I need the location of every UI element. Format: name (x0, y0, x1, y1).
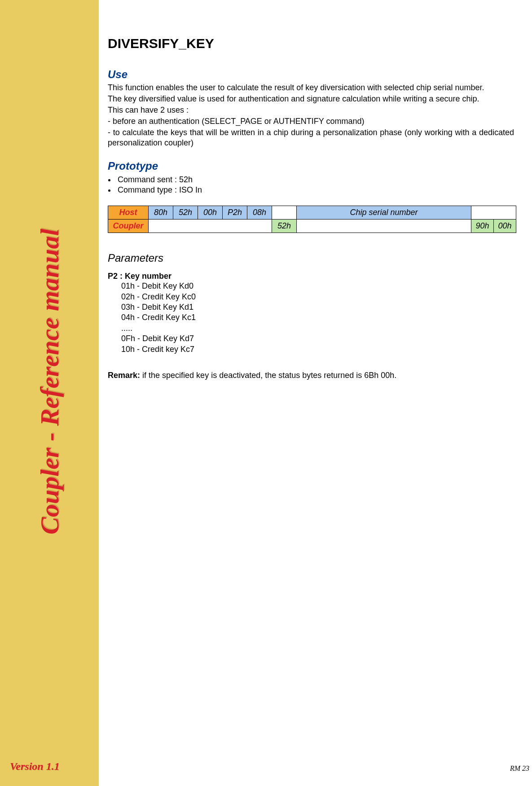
use-p5: - to calculate the keys that will be wri… (108, 127, 514, 148)
host-c7: Chip serial number (297, 206, 471, 220)
param-item: 02h - Credit Key Kc0 (121, 292, 514, 302)
param-item: 01h - Debit Key Kd0 (121, 281, 514, 291)
remark-label: Remark: (108, 371, 140, 380)
coupler-c5: 00h (494, 220, 516, 233)
prototype-bullets: Command sent : 52h Command type : ISO In (116, 175, 514, 195)
host-c4: P2h (223, 206, 247, 220)
param-item: 04h - Credit Key Kc1 (121, 312, 514, 323)
use-p3: This can have 2 uses : (108, 105, 514, 115)
params-title: P2 : Key number (108, 272, 514, 281)
remark: Remark: if the specified key is deactiva… (108, 371, 514, 380)
host-c8 (471, 206, 516, 220)
heading-prototype: Prototype (108, 160, 514, 172)
use-p2: The key diversified value is used for au… (108, 94, 514, 104)
host-c3: 00h (198, 206, 223, 220)
version-label: Version 1.1 (10, 760, 60, 773)
table-row: Coupler 52h 90h 00h (108, 220, 516, 233)
host-label: Host (108, 206, 149, 220)
remark-text: if the specified key is deactivated, the… (140, 371, 396, 380)
host-c6 (272, 206, 297, 220)
coupler-c4: 90h (471, 220, 494, 233)
host-c1: 80h (149, 206, 173, 220)
main-content: DIVERSIFY_KEY Use This function enables … (108, 36, 523, 388)
param-item: 10h - Credit key Kc7 (121, 344, 514, 355)
params-list: 01h - Debit Key Kd0 02h - Credit Key Kc0… (108, 281, 514, 355)
use-p4: - before an authentication (SELECT_PAGE … (108, 116, 514, 127)
bullet-cmd-type: Command type : ISO In (116, 185, 514, 195)
param-item: 03h - Debit Key Kd1 (121, 302, 514, 312)
page-number: RM 23 (510, 764, 529, 773)
param-item: ..... (121, 323, 514, 334)
table-row: Host 80h 52h 00h P2h 08h Chip serial num… (108, 206, 516, 220)
coupler-label: Coupler (108, 220, 149, 233)
heading-use: Use (108, 68, 514, 81)
param-item: 0Fh - Debit Key Kd7 (121, 334, 514, 344)
bullet-cmd-sent: Command sent : 52h (116, 175, 514, 184)
host-c2: 52h (173, 206, 198, 220)
coupler-c2: 52h (272, 220, 297, 233)
heading-parameters: Parameters (108, 252, 514, 264)
prototype-table: Host 80h 52h 00h P2h 08h Chip serial num… (108, 206, 516, 233)
coupler-c3 (297, 220, 471, 233)
use-p1: This function enables the user to calcul… (108, 83, 514, 93)
page-title: DIVERSIFY_KEY (108, 36, 514, 51)
host-c5: 08h (247, 206, 272, 220)
sidebar-title: Coupler - Reference manual (35, 228, 65, 534)
coupler-c1 (149, 220, 272, 233)
